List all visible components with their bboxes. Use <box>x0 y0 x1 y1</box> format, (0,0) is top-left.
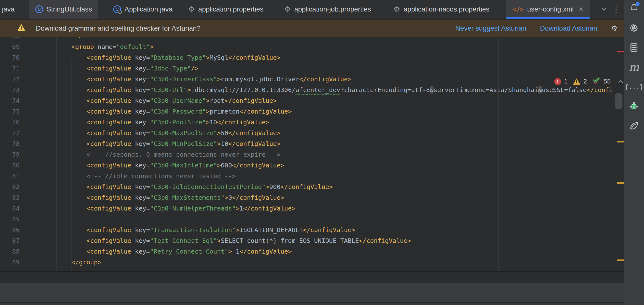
code-lines: 68 >69 <group name="default">70 <configV… <box>0 37 613 268</box>
line-number: 79 <box>0 149 20 160</box>
tab-application-nacos-properties[interactable]: ⚙ application-nacos.properties <box>387 0 496 18</box>
editor-empty-area <box>0 272 624 283</box>
warning-count: 2 <box>583 78 587 85</box>
bottom-strip <box>0 303 624 305</box>
tab-application-java[interactable]: C Application.java <box>107 0 179 18</box>
scrollbar-thumb[interactable] <box>614 93 622 109</box>
line-number: 80 <box>0 160 20 171</box>
banner-message: Download grammar and spelling checker fo… <box>36 24 200 32</box>
code-line[interactable]: 72 <configValue key="C3p0-DriverClass">c… <box>0 74 613 85</box>
xml-icon: </> <box>513 6 524 13</box>
class-run-icon: C <box>113 5 121 13</box>
line-number: 78 <box>0 139 20 149</box>
editor-tab-bar: java C StringUtil.class C Application.ja… <box>0 0 624 18</box>
line-number: 76 <box>0 117 20 128</box>
download-link[interactable]: Download Asturian <box>540 24 597 32</box>
line-number: 77 <box>0 128 20 139</box>
never-suggest-link[interactable]: Never suggest Asturian <box>455 24 526 32</box>
banner-settings-gear-icon[interactable]: ⚙ <box>611 25 618 32</box>
code-line[interactable]: 77 <configValue key="C3p0-MaxPoolSize">5… <box>0 128 613 139</box>
code-line[interactable]: 84 <configValue key="C3p0-NumHelperThrea… <box>0 203 613 214</box>
inspections-widget[interactable]: ! 1 2 55 <box>554 76 624 86</box>
gear-icon: ⚙ <box>188 6 195 13</box>
line-number: 68 <box>0 37 20 42</box>
line-number: 88 <box>0 246 20 257</box>
code-line[interactable]: 80 <configValue key="C3p0-MaxIdleTime">6… <box>0 160 613 171</box>
tab-java-clipped[interactable]: java <box>0 0 21 18</box>
tab-label: Application.java <box>124 5 172 13</box>
structure-braces-icon[interactable]: {...} <box>624 81 644 92</box>
code-line[interactable]: 79 <!-- //seconds, 0 means connections n… <box>0 149 613 160</box>
error-count: 1 <box>564 78 568 85</box>
error-icon: ! <box>554 78 561 85</box>
close-icon[interactable]: ✕ <box>578 6 584 13</box>
tab-label: application.properties <box>198 5 264 13</box>
code-line[interactable]: 71 <configValue key="Jdbc-Type"/> <box>0 63 613 74</box>
prev-problem-chevron-up-icon[interactable] <box>617 78 624 85</box>
notification-badge <box>636 2 640 6</box>
stripe-mark[interactable] <box>617 141 624 142</box>
line-number: 89 <box>0 257 20 268</box>
code-line[interactable]: 68 > <box>0 37 613 42</box>
gear-icon: ⚙ <box>394 6 400 13</box>
chevron-down-icon[interactable] <box>598 0 609 18</box>
line-number: 70 <box>0 52 20 63</box>
line-number: 82 <box>0 182 20 192</box>
tab-application-job-properties[interactable]: ⚙ application-job.properties <box>278 0 378 18</box>
bottom-panel <box>0 283 624 302</box>
line-number: 75 <box>0 106 20 117</box>
line-number: 71 <box>0 63 20 74</box>
ok-check-icon <box>592 76 601 86</box>
ai-assistant-icon[interactable] <box>624 22 644 33</box>
stripe-mark[interactable] <box>617 182 624 184</box>
line-number: 84 <box>0 203 20 214</box>
stripe-mark[interactable] <box>617 260 624 261</box>
database-icon[interactable] <box>624 42 644 53</box>
line-number: 83 <box>0 192 20 203</box>
code-line[interactable]: 74 <configValue key="C3p0-UserName">root… <box>0 95 613 106</box>
line-number: 73 <box>0 85 20 95</box>
tab-label: user-config.xml <box>527 5 574 13</box>
line-number: 81 <box>0 171 20 182</box>
line-number: 85 <box>0 214 20 225</box>
right-tool-stripe: m {...} <box>624 0 644 305</box>
maven-icon[interactable]: m <box>624 62 644 72</box>
code-line[interactable]: 73 <configValue key="C3p0-Url">jdbc:mysq… <box>0 85 613 95</box>
code-line[interactable]: 75 <configValue key="C3p0-Password">prim… <box>0 106 613 117</box>
code-line[interactable]: 69 <group name="default"> <box>0 42 613 52</box>
kebab-menu-icon[interactable]: ⋮ <box>611 0 621 18</box>
code-line[interactable]: 83 <configValue key="C3p0-MaxStatements"… <box>0 192 613 203</box>
line-number: 86 <box>0 225 20 236</box>
class-icon: C <box>35 5 43 13</box>
tab-stringutil-class[interactable]: C StringUtil.class <box>29 0 98 18</box>
tab-user-config-xml[interactable]: </> user-config.xml ✕ <box>506 0 590 18</box>
warning-icon <box>573 78 580 85</box>
tab-label: StringUtil.class <box>46 5 92 13</box>
code-line[interactable]: 86 <configValue key="Transaction-Isolati… <box>0 225 613 236</box>
tab-application-properties[interactable]: ⚙ application.properties <box>182 0 270 18</box>
spring-leaf-icon[interactable] <box>624 120 644 131</box>
tab-label: application-nacos.properties <box>404 5 489 13</box>
gear-icon: ⚙ <box>284 6 291 13</box>
code-line[interactable]: 87 <configValue key="Test-Connect-Sql">S… <box>0 236 613 246</box>
tab-label: java <box>2 5 14 13</box>
stripe-mark[interactable] <box>617 51 624 52</box>
notifications-bell-icon[interactable] <box>624 3 644 14</box>
code-line[interactable]: 88 <configValue key="Retry-Connect-Count… <box>0 246 613 257</box>
tab-label: application-job.properties <box>294 5 371 13</box>
warning-triangle-icon <box>17 24 26 33</box>
code-line[interactable]: 85 <box>0 214 613 225</box>
ok-count: 55 <box>604 78 611 85</box>
line-number: 87 <box>0 236 20 246</box>
code-line[interactable]: 89 </group> <box>0 257 613 268</box>
line-number: 74 <box>0 95 20 106</box>
code-line[interactable]: 76 <configValue key="C3p0-PoolSize">10</… <box>0 117 613 128</box>
code-line[interactable]: 78 <configValue key="C3p0-MinPoolSize">1… <box>0 139 613 149</box>
spellcheck-suggestion-banner: Download grammar and spelling checker fo… <box>0 19 624 37</box>
line-number: 69 <box>0 42 20 52</box>
code-line[interactable]: 82 <configValue key="C3p0-IdleConnection… <box>0 182 613 192</box>
code-editor[interactable]: 68 >69 <group name="default">70 <configV… <box>0 37 624 283</box>
device-chip-icon[interactable] <box>624 101 644 112</box>
code-line[interactable]: 70 <configValue key="Database-Type">MySq… <box>0 52 613 63</box>
code-line[interactable]: 81 <!-- //idle connections never tested … <box>0 171 613 182</box>
